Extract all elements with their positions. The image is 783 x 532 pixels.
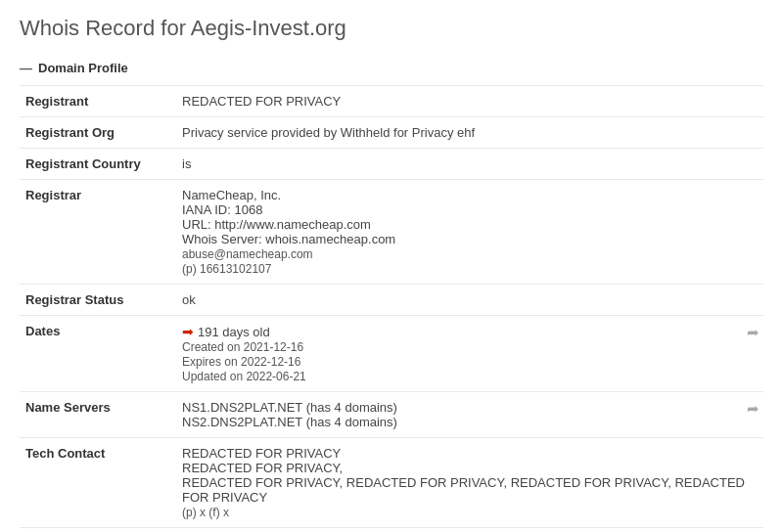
date-line: Expires on 2022-12-16	[182, 355, 300, 369]
row-value: NS1.DNS2PLAT.NET (has 4 domains)NS2.DNS2…	[176, 392, 763, 438]
page-title: Whois Record for Aegis-Invest.org	[20, 16, 763, 47]
table-row: IP Address172.105.80.154 - 574 other sit…	[20, 528, 763, 533]
row-label: Registrant Country	[20, 149, 176, 180]
share-icon[interactable]: ➦	[747, 400, 760, 418]
age-arrow-icon: ➡	[182, 324, 194, 339]
row-value-line: REDACTED FOR PRIVACY,	[182, 461, 343, 475]
title-domain: for Aegis-Invest.org	[161, 16, 346, 40]
row-label: Name Servers	[20, 392, 176, 438]
row-value-line: (p) 16613102107	[182, 262, 271, 276]
row-value-line: Whois Server: whois.namecheap.com	[182, 232, 395, 246]
row-value-line: NameCheap, Inc.	[182, 188, 281, 202]
table-row: Registrant OrgPrivacy service provided b…	[20, 117, 763, 149]
date-line: ➡191 days old	[182, 325, 270, 339]
row-label: Registrant	[20, 86, 176, 117]
collapse-icon: —	[20, 61, 32, 75]
row-label: Registrar Status	[20, 285, 176, 316]
table-row: RegistrarNameCheap, Inc.IANA ID: 1068URL…	[20, 180, 763, 285]
share-icon[interactable]: ➦	[747, 324, 760, 341]
row-value-line: NS2.DNS2PLAT.NET (has 4 domains)	[182, 415, 397, 429]
table-row: Registrant Countryis	[20, 149, 763, 180]
row-value-line: REDACTED FOR PRIVACY	[182, 446, 341, 461]
title-whois: Whois Record	[20, 16, 155, 40]
table-row: Tech ContactREDACTED FOR PRIVACYREDACTED…	[20, 438, 763, 528]
row-label: IP Address	[20, 528, 176, 533]
section-header-domain-profile[interactable]: — Domain Profile	[20, 61, 763, 75]
row-value-line: (p) x (f) x	[182, 506, 229, 519]
table-row: Name ServersNS1.DNS2PLAT.NET (has 4 doma…	[20, 392, 763, 438]
row-value: REDACTED FOR PRIVACYREDACTED FOR PRIVACY…	[176, 438, 763, 528]
row-label: Registrant Org	[20, 117, 176, 149]
row-value: Privacy service provided by Withheld for…	[176, 117, 763, 149]
section-label: Domain Profile	[38, 61, 128, 75]
row-value: NameCheap, Inc.IANA ID: 1068URL: http://…	[176, 180, 763, 285]
row-value-line: URL: http://www.namecheap.com	[182, 217, 371, 232]
row-value: ok	[176, 285, 763, 316]
main-container: Whois Record for Aegis-Invest.org — Doma…	[0, 0, 783, 532]
table-row: RegistrantREDACTED FOR PRIVACY	[20, 86, 763, 117]
row-value-line: NS1.DNS2PLAT.NET (has 4 domains)	[182, 400, 397, 415]
whois-table: RegistrantREDACTED FOR PRIVACYRegistrant…	[20, 85, 763, 532]
row-label: Registrar	[20, 180, 176, 285]
row-value: ➡191 days oldCreated on 2021-12-16Expire…	[176, 316, 763, 392]
row-value: REDACTED FOR PRIVACY	[176, 86, 763, 117]
row-value-line: abuse@namecheap.com	[182, 247, 313, 261]
row-label: Tech Contact	[20, 438, 176, 528]
row-value-line: IANA ID: 1068	[182, 202, 262, 217]
row-value: 172.105.80.154 - 574 other sites hosted …	[176, 528, 763, 533]
row-value: is	[176, 149, 763, 180]
date-line: Created on 2021-12-16	[182, 340, 303, 354]
row-label: Dates	[20, 316, 176, 392]
date-line: Updated on 2022-06-21	[182, 370, 306, 383]
row-value-line: REDACTED FOR PRIVACY, REDACTED FOR PRIVA…	[182, 475, 745, 505]
table-row: Dates➡191 days oldCreated on 2021-12-16E…	[20, 316, 763, 392]
table-row: Registrar Statusok	[20, 285, 763, 316]
